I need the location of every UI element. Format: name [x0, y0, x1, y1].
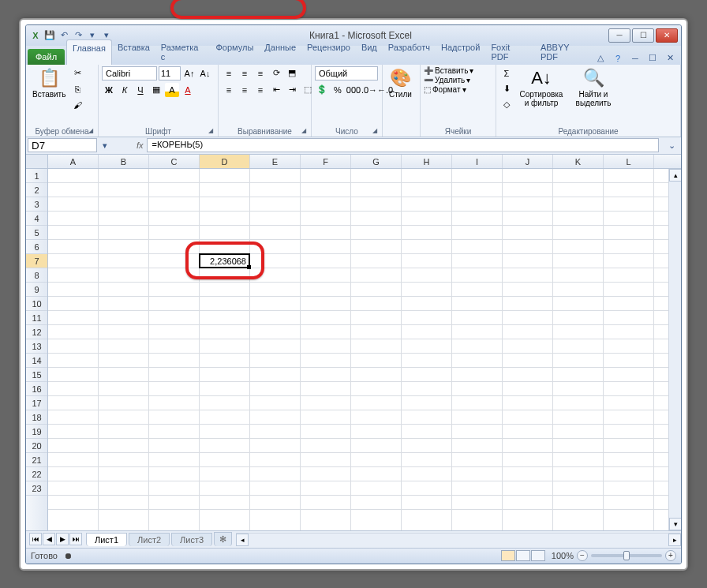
row-header-21[interactable]: 21	[26, 453, 47, 467]
doc-restore-icon[interactable]: ☐	[646, 52, 659, 65]
bold-icon[interactable]: Ж	[102, 83, 116, 97]
zoom-out-button[interactable]: −	[577, 550, 588, 561]
col-header-A[interactable]: A	[48, 155, 99, 168]
new-sheet-button[interactable]: ✻	[214, 532, 232, 546]
row-header-7[interactable]: 7	[26, 254, 47, 268]
macro-record-icon[interactable]: ⏺	[64, 551, 73, 560]
sheet-tab-0[interactable]: Лист1	[86, 533, 127, 546]
selected-cell[interactable]: 2,236068	[199, 253, 250, 268]
file-tab[interactable]: Файл	[28, 49, 65, 65]
sheet-tab-1[interactable]: Лист2	[129, 533, 170, 546]
alignment-launcher-icon[interactable]: ◢	[301, 127, 309, 135]
row-header-23[interactable]: 23	[26, 481, 47, 496]
horizontal-scrollbar[interactable]: ◂ ▸	[236, 533, 681, 545]
zoom-level[interactable]: 100%	[552, 551, 574, 560]
row-header-5[interactable]: 5	[26, 226, 47, 240]
align-middle-icon[interactable]: ≡	[238, 66, 252, 81]
ribbon-tab-9[interactable]: Foxit PDF	[485, 39, 535, 65]
col-header-B[interactable]: B	[99, 155, 149, 168]
row-header-17[interactable]: 17	[26, 396, 47, 410]
maximize-button[interactable]: ☐	[632, 28, 654, 43]
copy-icon[interactable]: ⎘	[70, 82, 84, 96]
cells-grid[interactable]: 2,236068 ▴ ▾	[48, 169, 681, 530]
close-button[interactable]: ✕	[656, 28, 678, 43]
ribbon-tab-1[interactable]: Вставка	[112, 39, 155, 65]
currency-icon[interactable]: 💲	[315, 83, 329, 97]
find-select-button[interactable]: 🔍 Найти и выделить	[569, 66, 618, 109]
save-icon[interactable]: 💾	[43, 29, 56, 42]
excel-icon[interactable]: X	[29, 29, 42, 42]
inc-decimal-icon[interactable]: .0→	[362, 83, 376, 97]
row-header-19[interactable]: 19	[26, 425, 47, 439]
cells-format-button[interactable]: ⬚Формат▾	[424, 85, 466, 94]
col-header-I[interactable]: I	[452, 155, 503, 168]
format-painter-icon[interactable]: 🖌	[70, 98, 84, 112]
row-header-1[interactable]: 1	[26, 169, 47, 183]
expand-formula-bar-icon[interactable]: ⌄	[665, 139, 678, 152]
row-header-3[interactable]: 3	[26, 197, 47, 212]
font-launcher-icon[interactable]: ◢	[208, 127, 216, 135]
col-header-D[interactable]: D	[200, 155, 250, 168]
name-box[interactable]	[28, 138, 97, 152]
fx-icon[interactable]: fx	[133, 140, 147, 150]
paste-button[interactable]: 📋 Вставить	[29, 66, 69, 100]
orientation-icon[interactable]: ⟳	[269, 66, 283, 81]
help-icon[interactable]: ?	[612, 52, 624, 65]
ribbon-tab-0[interactable]: Главная	[66, 39, 112, 65]
vertical-scrollbar[interactable]: ▴ ▾	[668, 169, 681, 530]
row-header-11[interactable]: 11	[26, 311, 47, 325]
indent-inc-icon[interactable]: ⇥	[285, 83, 299, 97]
ribbon-tab-6[interactable]: Вид	[356, 39, 383, 65]
row-header-18[interactable]: 18	[26, 410, 47, 425]
zoom-in-button[interactable]: +	[665, 550, 676, 561]
col-header-C[interactable]: C	[149, 155, 200, 168]
col-header-K[interactable]: K	[553, 155, 604, 168]
formula-input[interactable]: =КОРЕНЬ(5)	[147, 138, 659, 152]
align-bottom-icon[interactable]: ≡	[253, 66, 267, 81]
font-name-combo[interactable]	[102, 66, 157, 81]
col-header-L[interactable]: L	[604, 155, 654, 168]
fill-handle[interactable]	[247, 265, 251, 269]
sort-filter-button[interactable]: A↓ Сортировка и фильтр	[515, 66, 567, 109]
align-right-icon[interactable]: ≡	[253, 83, 267, 97]
normal-view-button[interactable]	[501, 550, 515, 561]
tab-prev-icon[interactable]: ◀	[43, 533, 55, 545]
row-header-2[interactable]: 2	[26, 183, 47, 197]
tab-first-icon[interactable]: ⏮	[29, 533, 42, 545]
row-header-9[interactable]: 9	[26, 283, 47, 297]
col-header-G[interactable]: G	[351, 155, 402, 168]
sheet-tab-2[interactable]: Лист3	[171, 533, 212, 546]
scroll-left-icon[interactable]: ◂	[236, 534, 249, 546]
tab-next-icon[interactable]: ▶	[56, 533, 69, 545]
border-icon[interactable]: ▦	[149, 83, 163, 97]
row-header-15[interactable]: 15	[26, 368, 47, 382]
doc-minimize-icon[interactable]: ─	[629, 52, 642, 65]
shrink-font-icon[interactable]: A↓	[198, 66, 212, 81]
name-box-dropdown-icon[interactable]: ▾	[99, 139, 111, 152]
row-header-16[interactable]: 16	[26, 382, 47, 396]
ribbon-tab-3[interactable]: Формулы	[210, 39, 259, 65]
grow-font-icon[interactable]: A↑	[182, 66, 196, 81]
zoom-thumb[interactable]	[623, 551, 630, 560]
col-header-J[interactable]: J	[503, 155, 553, 168]
zoom-slider[interactable]	[591, 554, 662, 557]
align-left-icon[interactable]: ≡	[222, 83, 236, 97]
row-header-14[interactable]: 14	[26, 354, 47, 368]
font-size-combo[interactable]	[159, 66, 181, 81]
minimize-ribbon-icon[interactable]: △	[594, 52, 607, 65]
row-header-22[interactable]: 22	[26, 467, 47, 481]
autosum-icon[interactable]: Σ	[499, 66, 514, 81]
align-center-icon[interactable]: ≡	[238, 83, 252, 97]
cells-insert-button[interactable]: ➕Вставить▾	[424, 66, 473, 75]
wrap-text-icon[interactable]: ⬒	[285, 66, 299, 81]
fill-color-icon[interactable]: A	[165, 83, 179, 97]
clipboard-launcher-icon[interactable]: ◢	[88, 127, 96, 135]
doc-close-icon[interactable]: ✕	[664, 52, 676, 65]
italic-icon[interactable]: К	[118, 83, 132, 97]
scroll-down-icon[interactable]: ▾	[669, 518, 681, 530]
ribbon-tab-10[interactable]: ABBYY PDF	[535, 39, 594, 65]
underline-icon[interactable]: Ч	[133, 83, 148, 97]
col-header-F[interactable]: F	[301, 155, 351, 168]
tab-last-icon[interactable]: ⏭	[69, 533, 82, 545]
indent-dec-icon[interactable]: ⇤	[269, 83, 283, 97]
